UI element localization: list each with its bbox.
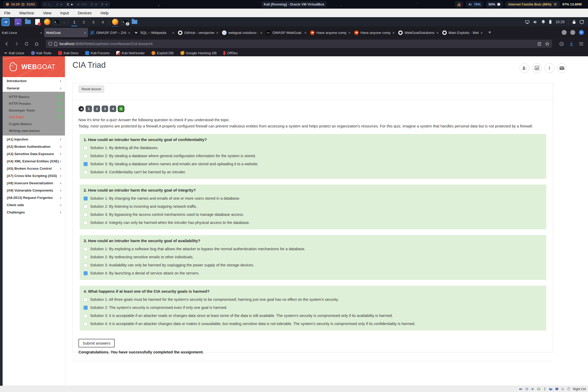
checkbox[interactable] [84, 170, 88, 174]
menu-devices[interactable]: Devices [78, 11, 92, 15]
workspace-1[interactable]: 1: >_ [44, 2, 52, 6]
answer-option[interactable]: Solution 1: All three goals must be harm… [84, 297, 542, 302]
workspace-2[interactable]: 2: ● [56, 2, 63, 6]
audio-icon[interactable] [533, 20, 538, 24]
answer-option[interactable]: Solution 2: By stealing a database where… [84, 154, 542, 158]
lesson-crypto-basics[interactable]: Crypto Basics ✓ [3, 120, 65, 127]
workspace-switcher[interactable]: 1: >_ 2: ● 3: ● 4: </> 5: ● 6: ● [41, 1, 110, 8]
sidebar-item-a8-2013-request-forgeries[interactable]: (A8:2013) Request Forgeries› [3, 194, 65, 201]
answer-option[interactable]: Solution 1: By exploiting a software bug… [84, 247, 542, 251]
answer-option[interactable]: Solution 2: By redirecting sensitive ema… [84, 255, 542, 259]
bookmark-kali-linux[interactable]: Kali Linux [4, 51, 24, 55]
network-status-icon[interactable] [537, 387, 541, 391]
vm-workspace-4[interactable]: 4 [99, 17, 106, 26]
checkbox[interactable] [84, 271, 88, 275]
battery-icon[interactable] [549, 20, 552, 24]
checkbox[interactable] [84, 197, 88, 200]
systray-app-icon[interactable] [455, 1, 463, 8]
answer-option[interactable]: Solution 3: It is acceptable if an attac… [84, 314, 542, 318]
sidebar-item-introduction[interactable]: Introduction › [3, 77, 65, 84]
launcher-dropdown-chevron-icon[interactable]: ⌄ [63, 20, 65, 24]
tab-close-icon[interactable]: × [40, 30, 42, 35]
checkbox[interactable] [84, 263, 88, 267]
sidebar-item-challenges[interactable]: Challenges› [3, 209, 65, 216]
answer-option[interactable]: Solution 3: Availability can only be har… [84, 263, 542, 267]
audio-status-icon[interactable] [531, 387, 535, 391]
bookmark-offsec[interactable]: OffSec [223, 51, 238, 55]
firefox-launcher[interactable] [44, 19, 51, 26]
menu-help[interactable]: Help [101, 11, 109, 15]
submit-answers-button[interactable]: Submit answers [78, 339, 115, 347]
tab-reddit-1[interactable]: Have anyone comple × [308, 28, 352, 37]
tab-owasp-zap[interactable]: ⟋ OWASP ZAP – ZAP i × [88, 28, 132, 37]
sidebar-item-client-side[interactable]: Client side› [3, 201, 65, 209]
network-icon[interactable] [525, 20, 530, 24]
checkbox[interactable] [84, 221, 88, 225]
sidebar-item-a9-vulnerable-components[interactable]: (A9) Vulnerable Components› [3, 187, 65, 194]
checkbox[interactable] [84, 314, 88, 318]
lesson-http-proxies[interactable]: HTTP Proxies ✓ [3, 100, 65, 107]
checkbox[interactable] [84, 162, 88, 166]
sidebar-item-a8-insecure-deserialization[interactable]: (A8) Insecure Deserialization› [3, 179, 65, 187]
shared-folders-status-icon[interactable] [549, 387, 553, 391]
tab-close-icon[interactable]: × [304, 30, 307, 35]
lesson-developer-tools[interactable]: Developer Tools ✓ [3, 107, 65, 114]
checkbox[interactable] [84, 255, 88, 259]
workspace-3[interactable]: 3: ● [67, 2, 73, 6]
sidebar-item-a1-injection[interactable]: (A1) Injection› [3, 136, 65, 143]
checkbox[interactable] [84, 298, 88, 302]
file-manager-launcher[interactable] [24, 19, 31, 26]
checkbox[interactable] [84, 213, 88, 217]
tracking-protection-shield-icon[interactable] [48, 42, 52, 46]
page-button-1[interactable]: 1 [85, 106, 92, 112]
checkbox[interactable] [84, 322, 88, 326]
maximize-button[interactable] [570, 30, 575, 35]
reader-mode-icon[interactable] [537, 42, 541, 46]
sidebar-item-a2-broken-authentication[interactable]: (A2) Broken Authentication› [3, 143, 65, 150]
contact-mail-button[interactable] [557, 63, 567, 73]
page-button-5[interactable]: 5 [118, 106, 124, 112]
bookmark-kali-nethunter[interactable]: Kali NetHunter [116, 51, 145, 55]
display-status-icon[interactable] [555, 387, 559, 391]
tab-github-vernjan[interactable]: GitHub - vernjan/we × [176, 28, 220, 37]
sidebar-item-a7-xss[interactable]: (A7) Cross-Site Scripting (XSS)› [3, 172, 65, 179]
terminal-window-button[interactable]: $_3 [121, 19, 128, 26]
menu-file[interactable]: File [4, 11, 10, 15]
vm-workspace-1[interactable]: 1 [71, 17, 78, 26]
answer-option[interactable]: Solution 2: The system's security is com… [84, 305, 542, 310]
volume-widget[interactable]: 75% [466, 1, 483, 8]
logout-icon[interactable] [580, 20, 584, 24]
checkbox[interactable] [84, 306, 88, 310]
checkbox[interactable] [84, 146, 88, 150]
tab-google-search[interactable]: G webgoat solutions - × [220, 28, 264, 37]
firefox-window-button[interactable] [112, 19, 119, 26]
bookmark-kali-docs[interactable]: Kali Docs [58, 51, 78, 55]
clock-date-widget[interactable]: 16:29 31/03 [3, 1, 38, 8]
optical-disk-status-icon[interactable] [525, 387, 529, 391]
network-widget[interactable]: Internet Familie Bolz (66%) [506, 1, 560, 8]
report-card-button[interactable] [532, 63, 542, 73]
recording-status-icon[interactable] [561, 387, 565, 391]
user-menu-button[interactable] [519, 63, 529, 73]
answer-option[interactable]: Solution 1: By deleting all the database… [84, 146, 542, 150]
lesson-cia-triad[interactable]: CIA Triad ✓ [3, 114, 65, 120]
url-bar[interactable]: localhost:8080/WebGoat/start.mvc#lesson/… [46, 40, 552, 48]
downloads-window-button[interactable] [131, 19, 138, 26]
page-button-4[interactable]: 4 [110, 106, 116, 112]
page-button-3[interactable]: 3 [102, 106, 108, 112]
usb-status-icon[interactable] [543, 387, 547, 391]
tab-close-icon[interactable]: × [172, 30, 174, 35]
new-tab-button[interactable]: + [485, 29, 495, 35]
bookmark-star-icon[interactable] [545, 42, 549, 46]
workspace-6[interactable]: 6: ● [101, 2, 108, 6]
reset-lesson-button[interactable]: Reset lesson [78, 85, 104, 93]
bookmark-google-hacking-db[interactable]: Google Hacking DB [180, 51, 217, 55]
answer-option[interactable]: Solution 3: By bypassing the access cont… [84, 212, 542, 217]
checkbox[interactable] [84, 154, 88, 158]
notifications-bell-icon[interactable] [541, 20, 545, 24]
brightness-widget[interactable]: 50% [486, 1, 503, 8]
home-button[interactable] [32, 40, 41, 48]
workspace-5[interactable]: 5: ● [91, 2, 97, 6]
menu-input[interactable]: Input [60, 11, 69, 15]
downloads-button[interactable] [567, 40, 575, 48]
